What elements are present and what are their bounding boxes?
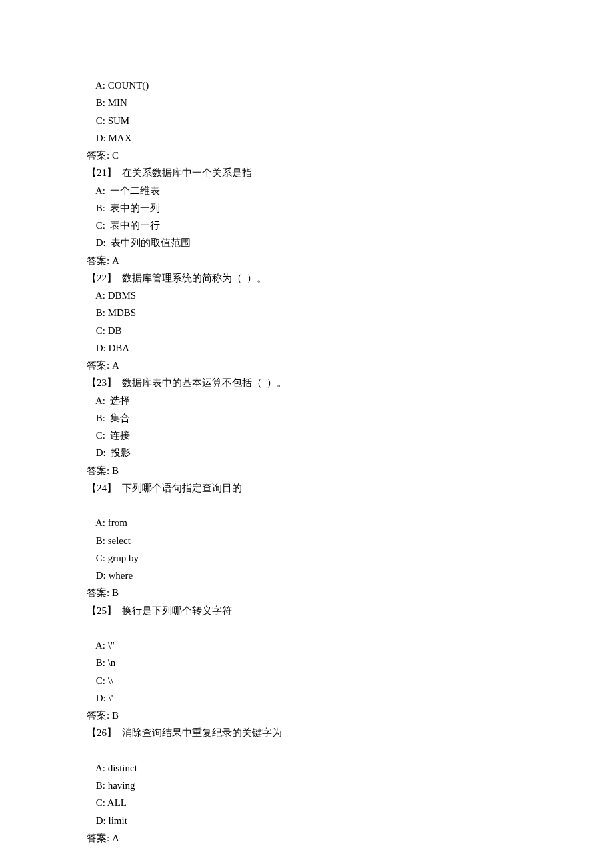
text-line [87, 497, 526, 514]
text-line: 【24】 下列哪个语句指定查询目的 [87, 479, 526, 497]
text-line: D: 表中列的取值范围 [87, 234, 526, 251]
text-line: 【25】 换行是下列哪个转义字符 [87, 602, 526, 619]
text-line: B: MDBS [87, 304, 526, 321]
text-line: C: DB [87, 322, 526, 339]
text-line: 答案: B [87, 707, 526, 724]
text-line: D: MAX [87, 129, 526, 147]
text-line: 【26】 消除查询结果中重复纪录的关键字为 [87, 724, 526, 741]
text-line: B: 集合 [87, 409, 526, 427]
text-line: A: from [87, 514, 526, 531]
text-line: 答案: B [87, 462, 526, 479]
text-line: B: \n [87, 654, 526, 671]
text-line: 【21】 在关系数据库中一个关系是指 [87, 164, 526, 181]
text-line: 【23】 数据库表中的基本运算不包括（ ）。 [87, 374, 526, 391]
text-line [87, 619, 526, 637]
document-content: A: COUNT() B: MIN C: SUM D: MAX答案: C【21】… [87, 77, 526, 847]
text-line: A: distinct [87, 759, 526, 777]
text-line: A: 选择 [87, 392, 526, 409]
text-line: 答案: A [87, 829, 526, 847]
text-line: D: 投影 [87, 444, 526, 461]
text-line: C: 表中的一行 [87, 217, 526, 234]
text-line: C: \\ [87, 672, 526, 689]
text-line: B: MIN [87, 94, 526, 111]
text-line: 答案: A [87, 252, 526, 269]
text-line: D: where [87, 567, 526, 584]
text-line [87, 742, 526, 759]
text-line: A: 一个二维表 [87, 182, 526, 199]
text-line: 答案: C [87, 147, 526, 164]
text-line: B: 表中的一列 [87, 199, 526, 217]
text-line: B: having [87, 777, 526, 794]
text-line: 【22】 数据库管理系统的简称为（ ）。 [87, 269, 526, 287]
text-line: D: \' [87, 689, 526, 707]
text-line: A: \" [87, 637, 526, 654]
text-line: C: 连接 [87, 427, 526, 444]
text-line: C: ALL [87, 794, 526, 811]
text-line: B: select [87, 532, 526, 549]
text-line: 答案: B [87, 584, 526, 601]
text-line: 答案: A [87, 357, 526, 374]
text-line: C: grup by [87, 549, 526, 567]
text-line: C: SUM [87, 112, 526, 129]
text-line: D: limit [87, 812, 526, 829]
text-line: D: DBA [87, 339, 526, 357]
text-line: A: COUNT() [87, 77, 526, 94]
text-line: A: DBMS [87, 287, 526, 304]
